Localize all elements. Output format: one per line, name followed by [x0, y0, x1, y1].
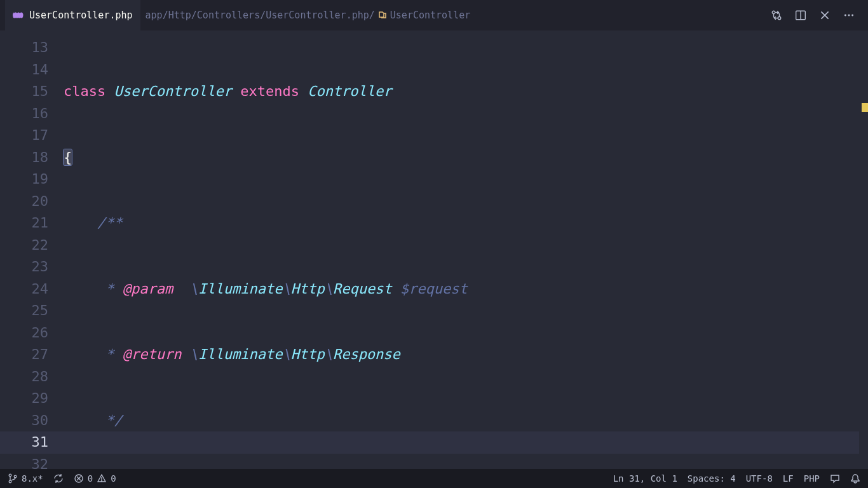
svg-point-10: [9, 480, 11, 483]
line-number: 16: [0, 103, 48, 125]
cursor-position[interactable]: Ln 31, Col 1: [613, 473, 677, 484]
git-branch[interactable]: 8.x*: [8, 473, 43, 484]
status-bar: 8.x* 0 0 Ln 31, Col 1 Spaces: 4 UTF-8 LF…: [0, 469, 868, 488]
line-number: 29: [0, 388, 48, 410]
svg-point-6: [844, 15, 846, 17]
line-number: 13: [0, 37, 48, 59]
line-number: 31: [0, 431, 48, 454]
line-number: 24: [0, 278, 48, 301]
line-number: 27: [0, 344, 48, 366]
svg-point-16: [102, 481, 102, 482]
line-number: 21: [0, 212, 48, 234]
line-number: 22: [0, 234, 48, 257]
svg-point-7: [848, 15, 850, 17]
svg-point-11: [14, 475, 17, 478]
line-number: 18: [0, 147, 48, 169]
line-number: 19: [0, 168, 48, 191]
code-content[interactable]: class UserController extends Controller …: [64, 30, 868, 469]
breadcrumb-symbol: UserController: [390, 10, 470, 21]
change-marker: [862, 103, 868, 112]
svg-point-9: [9, 474, 11, 477]
line-number: 32: [0, 454, 48, 470]
tab-label: UserController.php: [29, 10, 133, 21]
editor-tabbar: UserController.php app/Http/Controllers/…: [0, 0, 868, 30]
breadcrumb-path: app/Http/Controllers/UserController.php/: [146, 10, 375, 21]
eol[interactable]: LF: [783, 473, 794, 484]
tab-actions: [770, 9, 863, 22]
encoding[interactable]: UTF-8: [746, 473, 773, 484]
line-number: 23: [0, 256, 48, 278]
svg-point-8: [851, 15, 853, 17]
warning-count: 0: [111, 473, 116, 484]
line-number-gutter: 1314151617181920212223242526272829303132: [0, 30, 64, 469]
svg-point-1: [778, 17, 781, 20]
line-number: 15: [0, 81, 48, 103]
line-number: 30: [0, 410, 48, 432]
more-icon[interactable]: [843, 9, 855, 22]
error-count: 0: [88, 473, 93, 484]
compare-changes-icon[interactable]: [770, 9, 783, 22]
line-number: 17: [0, 125, 48, 147]
indentation[interactable]: Spaces: 4: [688, 473, 736, 484]
sync-button[interactable]: [53, 473, 64, 484]
code-editor[interactable]: 1314151617181920212223242526272829303132…: [0, 30, 868, 469]
notifications-icon[interactable]: [850, 473, 860, 484]
branch-name: 8.x*: [22, 473, 43, 484]
problems[interactable]: 0 0: [74, 473, 116, 484]
feedback-icon[interactable]: [830, 473, 840, 484]
close-icon[interactable]: [818, 9, 831, 22]
line-number: 26: [0, 322, 48, 344]
split-editor-icon[interactable]: [794, 9, 807, 22]
php-elephant-icon: [13, 11, 24, 20]
line-number: 14: [0, 59, 48, 81]
language-mode[interactable]: PHP: [804, 473, 820, 484]
tab-usercontroller[interactable]: UserController.php: [5, 0, 140, 30]
line-number: 28: [0, 366, 48, 388]
line-number: 25: [0, 300, 48, 322]
svg-point-0: [772, 11, 775, 14]
breadcrumb[interactable]: app/Http/Controllers/UserController.php/…: [146, 10, 471, 22]
symbol-class-icon: [377, 10, 388, 22]
line-number: 20: [0, 191, 48, 213]
